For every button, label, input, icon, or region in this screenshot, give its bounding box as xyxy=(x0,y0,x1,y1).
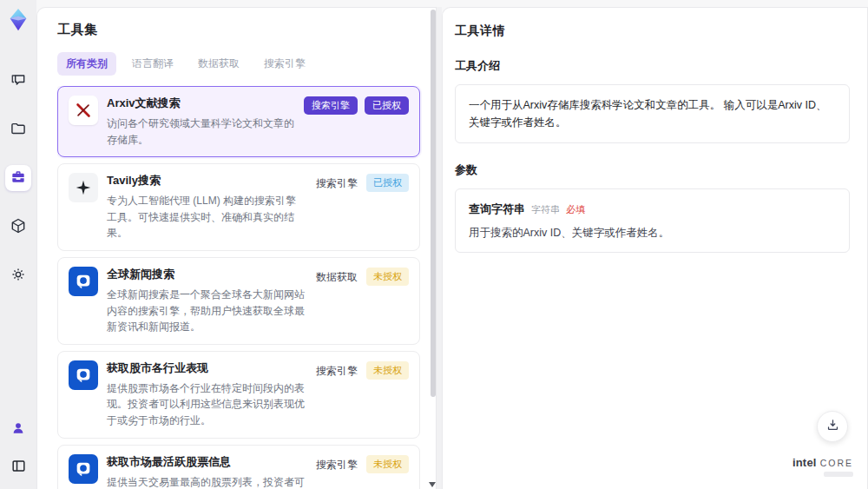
status-badge: 未授权 xyxy=(366,268,409,286)
tool-list: Arxiv文献搜索 访问各个研究领域大量科学论文和文章的存储库。 搜索引擎 已授… xyxy=(57,86,431,489)
tool-desc: 专为人工智能代理 (LLM) 构建的搜索引擎工具。可快速提供实时、准确和真实的结… xyxy=(107,193,306,241)
category-label: 搜索引擎 xyxy=(314,174,359,194)
tool-desc: 提供股票市场各个行业在特定时间段内的表现。投资者可以利用这些信息来识别表现优于或… xyxy=(107,380,306,429)
detail-title: 工具详情 xyxy=(455,23,850,39)
tool-name: 获取市场最活跃股票信息 xyxy=(107,454,306,470)
intel-sub-badge xyxy=(824,472,853,477)
scrollbar-down-arrow[interactable] xyxy=(429,482,436,487)
param-header-row: 查询字符串字符串必填 xyxy=(469,201,836,217)
news-app-icon xyxy=(69,360,98,390)
tool-desc: 全球新闻搜索是一个聚合全球各大新闻网站内容的搜索引擎，帮助用户快速获取全球最新资… xyxy=(107,287,306,335)
tool-card-stock-industry[interactable]: 获取股市各行业表现 提供股票市场各个行业在特定时间段内的表现。投资者可以利用这些… xyxy=(57,351,420,439)
tool-name: Tavily搜索 xyxy=(107,173,306,188)
intel-wordmark: intel xyxy=(792,457,817,469)
sidebar xyxy=(0,0,36,489)
sidebar-item-packages[interactable] xyxy=(5,214,31,240)
folder-icon xyxy=(10,120,27,140)
sidebar-item-chat[interactable] xyxy=(5,68,31,94)
news-app-icon xyxy=(69,454,98,484)
sidebar-item-collapse[interactable] xyxy=(5,454,31,480)
sidebar-item-profile[interactable] xyxy=(5,416,31,442)
intro-text: 一个用于从Arxiv存储库搜索科学论文和文章的工具。 输入可以是Arxiv ID… xyxy=(469,96,836,131)
tool-detail-panel: 工具详情 工具介绍 一个用于从Arxiv存储库搜索科学论文和文章的工具。 输入可… xyxy=(442,7,868,489)
status-badge: 已授权 xyxy=(365,96,409,115)
news-app-icon xyxy=(69,267,98,296)
tab-all-categories[interactable]: 所有类别 xyxy=(57,52,116,76)
toolbox-icon xyxy=(10,169,27,188)
tool-name: 获取股市各行业表现 xyxy=(107,360,306,376)
page-title: 工具集 xyxy=(57,22,431,38)
status-badge: 未授权 xyxy=(366,455,409,473)
sidebar-item-settings[interactable] xyxy=(5,262,31,288)
sidebar-item-files[interactable] xyxy=(5,116,31,142)
tool-card-tavily[interactable]: Tavily搜索 专为人工智能代理 (LLM) 构建的搜索引擎工具。可快速提供实… xyxy=(57,163,420,251)
scrollbar-thumb[interactable] xyxy=(431,10,436,397)
tavily-star-icon xyxy=(69,173,98,202)
status-badge: 已授权 xyxy=(366,174,409,192)
tool-card-arxiv[interactable]: Arxiv文献搜索 访问各个研究领域大量科学论文和文章的存储库。 搜索引擎 已授… xyxy=(57,86,420,157)
category-label: 搜索引擎 xyxy=(314,361,359,381)
content-area: 工具集 所有类别 语言翻译 数据获取 搜索引擎 A xyxy=(36,0,868,489)
tool-name: Arxiv文献搜索 xyxy=(107,96,295,111)
arxiv-icon xyxy=(69,96,98,125)
user-icon xyxy=(10,420,27,439)
param-box: 查询字符串字符串必填 用于搜索的Arxiv ID、关键字或作者姓名。 xyxy=(455,188,850,253)
sidebar-item-tools[interactable] xyxy=(5,165,31,191)
app-window: 工具集 所有类别 语言翻译 数据获取 搜索引擎 A xyxy=(0,0,868,489)
category-label: 数据获取 xyxy=(314,268,359,287)
list-scrollbar[interactable] xyxy=(430,10,436,482)
status-badge: 未授权 xyxy=(366,361,409,380)
param-name: 查询字符串 xyxy=(469,202,525,215)
tool-desc: 访问各个研究领域大量科学论文和文章的存储库。 xyxy=(107,116,295,148)
category-label: 搜索引擎 xyxy=(314,455,359,475)
tab-data-fetch[interactable]: 数据获取 xyxy=(189,52,248,76)
intro-section-header: 工具介绍 xyxy=(455,58,850,74)
tool-list-panel: 工具集 所有类别 语言翻译 数据获取 搜索引擎 A xyxy=(36,7,437,489)
cube-icon xyxy=(10,217,27,237)
tab-search-engine[interactable]: 搜索引擎 xyxy=(255,52,314,76)
param-type: 字符串 xyxy=(531,204,560,215)
intel-core-logo: intel CORE xyxy=(792,457,853,477)
intro-box: 一个用于从Arxiv存储库搜索科学论文和文章的工具。 输入可以是Arxiv ID… xyxy=(455,84,850,143)
tool-card-active-stocks[interactable]: 获取市场最活跃股票信息 提供当天交易量最高的股票列表，投资者可以利用这些信息来识… xyxy=(57,445,420,489)
core-wordmark: CORE xyxy=(820,459,853,469)
tool-desc: 提供当天交易量最高的股票列表，投资者可以利用这些信息来识别流动性强的股票和潜在的… xyxy=(107,474,306,489)
app-logo-icon[interactable] xyxy=(5,7,31,33)
panel-toggle-icon xyxy=(10,458,27,477)
params-section-header: 参数 xyxy=(455,162,850,178)
download-button[interactable] xyxy=(817,411,848,442)
param-required-badge: 必填 xyxy=(566,204,585,215)
gear-icon xyxy=(10,266,27,286)
tool-card-global-news[interactable]: 全球新闻搜索 全球新闻搜索是一个聚合全球各大新闻网站内容的搜索引擎，帮助用户快速… xyxy=(57,257,420,345)
chat-icon xyxy=(10,71,27,91)
tab-language-translation[interactable]: 语言翻译 xyxy=(123,52,182,76)
param-desc: 用于搜索的Arxiv ID、关键字或作者姓名。 xyxy=(469,226,836,241)
download-icon xyxy=(825,418,840,435)
tool-name: 全球新闻搜索 xyxy=(107,267,306,282)
category-tabs: 所有类别 语言翻译 数据获取 搜索引擎 xyxy=(57,52,431,76)
category-badge: 搜索引擎 xyxy=(304,96,358,115)
